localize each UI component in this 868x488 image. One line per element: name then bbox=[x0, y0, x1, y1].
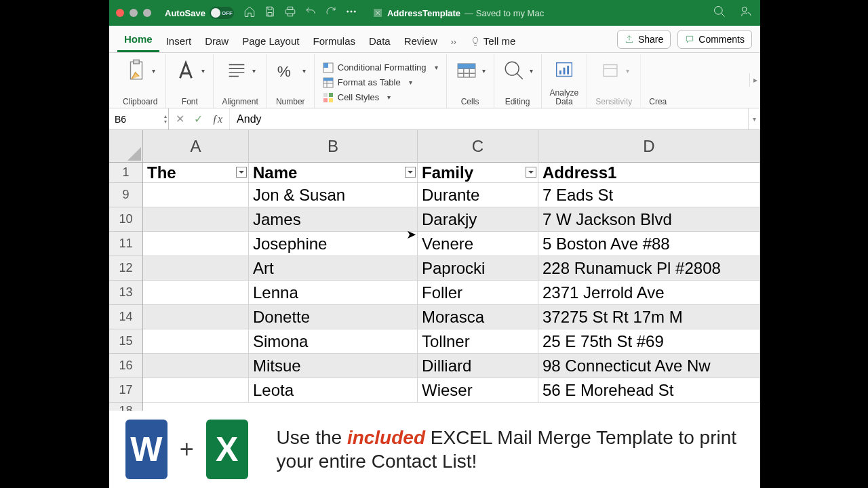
cell[interactable] bbox=[143, 232, 249, 256]
row-header[interactable]: 1 bbox=[109, 163, 142, 183]
close-window[interactable] bbox=[116, 9, 124, 17]
cell[interactable] bbox=[143, 305, 249, 329]
group-analyze-data[interactable]: AnalyzeData bbox=[542, 54, 588, 108]
row-header[interactable]: 10 bbox=[109, 207, 142, 232]
tab-insert[interactable]: Insert bbox=[159, 30, 199, 52]
cell-styles[interactable]: Cell Styles▾ bbox=[323, 92, 391, 103]
header-cell[interactable]: Family bbox=[418, 163, 538, 183]
tab-review[interactable]: Review bbox=[397, 30, 444, 52]
cell[interactable]: 98 Connecticut Ave Nw bbox=[538, 354, 760, 378]
col-header[interactable]: C bbox=[418, 130, 538, 163]
format-as-table[interactable]: Format as Table▾ bbox=[323, 77, 412, 88]
share-icon[interactable] bbox=[740, 5, 753, 21]
col-header[interactable]: A bbox=[143, 130, 249, 163]
col-header[interactable]: B bbox=[249, 130, 418, 163]
cell[interactable]: 7 Eads St bbox=[538, 183, 760, 207]
cell[interactable] bbox=[143, 378, 249, 403]
row-header[interactable]: 18 bbox=[109, 403, 142, 411]
print-icon[interactable] bbox=[284, 5, 296, 20]
group-create[interactable]: Crea bbox=[641, 54, 675, 108]
formula-expand[interactable]: ▾ bbox=[748, 108, 760, 129]
comments-button[interactable]: Comments bbox=[677, 30, 752, 49]
cell[interactable]: Wieser bbox=[418, 378, 538, 403]
cancel-icon[interactable]: ✕ bbox=[176, 113, 184, 125]
tab-home[interactable]: Home bbox=[117, 28, 159, 52]
cell[interactable]: Simona bbox=[249, 329, 418, 354]
cell[interactable] bbox=[143, 183, 249, 207]
tab-draw[interactable]: Draw bbox=[198, 30, 235, 52]
header-cell[interactable]: Address1 bbox=[538, 163, 760, 183]
cell[interactable]: 25 E 75th St #69 bbox=[538, 329, 760, 354]
cell[interactable]: Venere bbox=[418, 232, 538, 256]
row-header[interactable]: 13 bbox=[109, 281, 142, 305]
group-number[interactable]: %▾ Number bbox=[267, 54, 315, 108]
home-icon[interactable] bbox=[243, 5, 256, 20]
search-icon[interactable] bbox=[713, 5, 726, 21]
save-icon[interactable] bbox=[264, 5, 276, 20]
select-all[interactable] bbox=[109, 130, 142, 163]
cell[interactable]: 37275 St Rt 17m M bbox=[538, 305, 760, 329]
cell[interactable] bbox=[143, 256, 249, 281]
autosave-toggle[interactable]: AutoSave OFF bbox=[165, 7, 234, 19]
row-header[interactable]: 12 bbox=[109, 256, 142, 281]
share-button[interactable]: Share bbox=[617, 30, 671, 49]
cell[interactable]: Josephine bbox=[249, 232, 418, 256]
filter-icon[interactable] bbox=[405, 167, 416, 178]
cell[interactable]: Jon & Susan bbox=[249, 183, 418, 207]
row-header[interactable]: 15 bbox=[109, 329, 142, 354]
header-cell[interactable]: The bbox=[143, 163, 249, 183]
filter-icon[interactable] bbox=[236, 167, 247, 178]
row-header[interactable]: 14 bbox=[109, 305, 142, 329]
cell[interactable]: 228 Runamuck Pl #2808 bbox=[538, 256, 760, 281]
cell[interactable]: Morasca bbox=[418, 305, 538, 329]
ribbon-scroll-right[interactable]: ▸ bbox=[749, 73, 760, 87]
cell[interactable]: Foller bbox=[418, 281, 538, 305]
cell[interactable] bbox=[143, 281, 249, 305]
row-header[interactable]: 17 bbox=[109, 378, 142, 403]
group-clipboard[interactable]: ▾ Clipboard bbox=[115, 54, 166, 108]
cell[interactable]: Paprocki bbox=[418, 256, 538, 281]
cell[interactable]: 2371 Jerrold Ave bbox=[538, 281, 760, 305]
conditional-formatting[interactable]: Conditional Formatting▾ bbox=[323, 62, 438, 73]
row-header[interactable]: 9 bbox=[109, 183, 142, 207]
cell[interactable]: James bbox=[249, 207, 418, 232]
fx-icon[interactable]: ƒx bbox=[212, 113, 222, 125]
redo-icon[interactable] bbox=[325, 5, 337, 20]
row-header[interactable]: 11 bbox=[109, 232, 142, 256]
name-box[interactable]: B6 ▴▾ bbox=[109, 108, 169, 129]
cell[interactable]: 56 E Morehead St bbox=[538, 378, 760, 403]
cell[interactable]: Lenna bbox=[249, 281, 418, 305]
tab-formulas[interactable]: Formulas bbox=[306, 30, 362, 52]
header-cell[interactable]: Name bbox=[249, 163, 418, 183]
cell[interactable]: Leota bbox=[249, 378, 418, 403]
cell[interactable]: Darakjy bbox=[418, 207, 538, 232]
tab-more[interactable]: ›› bbox=[444, 32, 463, 52]
more-icon[interactable] bbox=[345, 5, 357, 20]
tell-me[interactable]: Tell me bbox=[463, 30, 523, 52]
cell[interactable]: Art bbox=[249, 256, 418, 281]
minimize-window[interactable] bbox=[130, 9, 138, 17]
cell[interactable]: Mitsue bbox=[249, 354, 418, 378]
formula-input[interactable]: Andy bbox=[230, 113, 748, 125]
group-alignment[interactable]: ▾ Alignment bbox=[214, 54, 267, 108]
group-cells[interactable]: ▾ Cells bbox=[447, 54, 494, 108]
row-header[interactable]: 16 bbox=[109, 354, 142, 378]
col-header[interactable]: D bbox=[538, 130, 760, 163]
confirm-icon[interactable]: ✓ bbox=[194, 113, 203, 125]
tab-page-layout[interactable]: Page Layout bbox=[235, 30, 306, 52]
group-editing[interactable]: ▾ Editing bbox=[494, 54, 542, 108]
cell[interactable] bbox=[143, 329, 249, 354]
cell[interactable]: 5 Boston Ave #88 bbox=[538, 232, 760, 256]
maximize-window[interactable] bbox=[143, 9, 151, 17]
cell[interactable] bbox=[143, 207, 249, 232]
cell[interactable]: Tollner bbox=[418, 329, 538, 354]
cell[interactable] bbox=[143, 354, 249, 378]
undo-icon[interactable] bbox=[304, 5, 317, 20]
tab-data[interactable]: Data bbox=[362, 30, 397, 52]
cell[interactable]: Donette bbox=[249, 305, 418, 329]
filter-icon[interactable] bbox=[526, 167, 536, 178]
cell[interactable]: Dilliard bbox=[418, 354, 538, 378]
cell[interactable]: 7 W Jackson Blvd bbox=[538, 207, 760, 232]
group-font[interactable]: ▾ Font bbox=[166, 54, 214, 108]
cell[interactable]: Durante bbox=[418, 183, 538, 207]
